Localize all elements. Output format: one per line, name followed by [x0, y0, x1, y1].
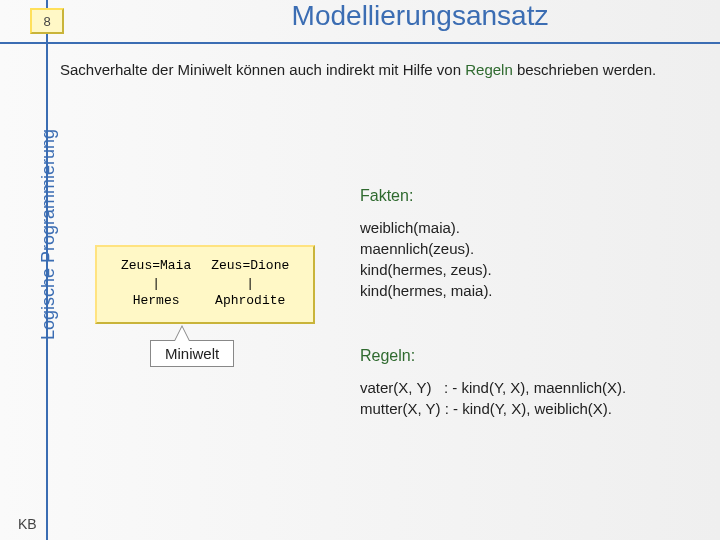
tree-cell: Hermes [111, 292, 201, 310]
tree-cell: Aphrodite [201, 292, 299, 310]
miniwelt-callout: Miniwelt [150, 340, 234, 367]
callout-tail [175, 327, 189, 341]
family-tree-box: Zeus=Maia Zeus=Dione | | Hermes Aphrodit… [95, 245, 315, 324]
intro-text: Sachverhalte der Miniwelt können auch in… [60, 60, 695, 80]
facts-heading: Fakten: [360, 185, 695, 207]
slide-title: Modellierungsansatz [150, 0, 690, 32]
fact-line: maennlich(zeus). [360, 238, 695, 259]
fact-line: kind(hermes, maia). [360, 280, 695, 301]
tree-cell: Zeus=Dione [201, 257, 299, 275]
horizontal-rule [0, 42, 720, 44]
sidebar-label: Logische Programmierung [38, 129, 59, 340]
intro-before: Sachverhalte der Miniwelt können auch in… [60, 61, 465, 78]
fact-line: kind(hermes, zeus). [360, 259, 695, 280]
tree-cell: | [111, 275, 201, 293]
rule-line: vater(X, Y) : - kind(Y, X), maennlich(X)… [360, 377, 695, 398]
tree-cell: Zeus=Maia [111, 257, 201, 275]
fact-line: weiblich(maia). [360, 217, 695, 238]
rules-heading: Regeln: [360, 345, 695, 367]
intro-keyword: Regeln [465, 61, 513, 78]
facts-block: Fakten: weiblich(maia). maennlich(zeus).… [360, 185, 695, 301]
rule-line: mutter(X, Y) : - kind(Y, X), weiblich(X)… [360, 398, 695, 419]
rules-block: Regeln: vater(X, Y) : - kind(Y, X), maen… [360, 345, 695, 419]
intro-after: beschrieben werden. [513, 61, 656, 78]
callout-label: Miniwelt [165, 345, 219, 362]
footer-kb: KB [18, 516, 37, 532]
slide-number: 8 [30, 8, 64, 34]
tree-cell: | [201, 275, 299, 293]
